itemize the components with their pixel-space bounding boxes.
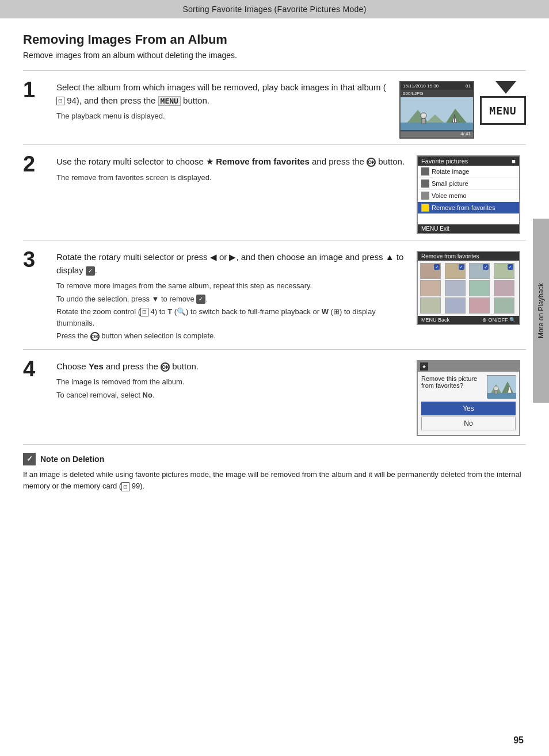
main-content: Removing Images From an Album Remove ima… [0,18,549,756]
step-3-note-4: Press the OK button when selection is co… [56,330,405,342]
dialog-text: Remove this picture from favorites? [421,375,485,389]
thumb-5 [420,280,441,296]
svg-rect-6 [454,114,455,123]
header-bar: Sorting Favorite Images (Favorite Pictur… [0,0,549,18]
dialog-header: ★ [418,361,519,372]
dialog-star-icon: ★ [420,362,428,371]
step-3-note-1: To remove more images from the same albu… [56,280,405,292]
svg-rect-12 [487,393,516,399]
menu-footer: MENU Exit [418,224,519,233]
menu-button: MENU [480,96,526,125]
step-3-instruction: Rotate the rotary multi selector or pres… [56,251,405,277]
thumb-7 [469,280,490,296]
page-title: Removing Images From an Album [23,32,526,47]
dialog-option-yes[interactable]: Yes [421,402,516,415]
thumb-1 [420,263,441,279]
step-2: 2 Use the rotary multi selector to choos… [23,144,526,240]
step-1: 1 Select the album from which images wil… [23,70,526,144]
yes-no-dialog: ★ Remove this picture from favorites? [417,360,520,436]
step-3-note-2: To undo the selection, press ▼ to remove… [56,293,405,305]
note-title: Note on Deletion [40,455,104,464]
thumbnail-grid [418,261,519,316]
menu-item-empty [418,214,519,224]
thumb-3 [469,263,490,279]
dialog-options: Yes No [418,402,519,435]
remove-screen-footer: MENU Back ⊛ ON/OFF 🔍 [418,316,519,324]
dialog-body: Remove this picture from favorites? [418,372,519,402]
thumb-4 [494,263,514,279]
svg-point-14 [494,386,498,391]
step-2-instruction: Use the rotary multi selector to choose … [56,155,405,169]
dialog-option-no[interactable]: No [421,417,516,430]
step-1-number: 1 [23,79,51,139]
side-tab-label: More on Playback [537,283,545,338]
svg-point-7 [421,113,426,119]
remove-favorites-screen: Remove from favorites [417,251,520,325]
thumb-9 [420,297,441,314]
step-4-image: ★ Remove this picture from favorites? [411,360,526,436]
remove-screen-header: Remove from favorites [418,252,519,261]
step-1-note: The playback menu is displayed. [56,110,394,122]
note-checkmark-icon: ✓ [23,453,36,465]
thumb-11 [469,297,490,314]
page: Sorting Favorite Images (Favorite Pictur… [0,0,549,756]
page-number: 95 [513,735,524,746]
thumb-2 [445,263,466,279]
menu-title: Favorite pictures [421,158,468,165]
playback-image-area [401,97,473,132]
dialog-image-svg [487,376,516,399]
menu-indicator: ■ [512,158,516,165]
small-picture-icon [421,180,429,188]
side-tab: More on Playback [533,219,549,403]
step-2-image: Favorite pictures ■ Rotate image Small p… [411,155,526,234]
thumb-12 [494,297,514,314]
step-1-image: 15/11/2010 15:30 01 0004.JPG [399,81,526,139]
step-4-body: Choose Yes and press the OK button. The … [51,360,411,436]
playback-bottom-bar: 4/ 41 [401,130,473,138]
step-4-notes: The image is removed from the album. To … [56,376,405,400]
step-4: 4 Choose Yes and press the OK button. Th… [23,349,526,442]
playback-position: 4/ 41 [460,131,471,136]
note-section: ✓ Note on Deletion If an image is delete… [23,444,526,499]
voice-memo-icon [421,192,429,200]
step-3-image: Remove from favorites [411,251,526,343]
step-2-body: Use the rotary multi selector to choose … [51,155,411,234]
playback-frame: 01 [466,83,471,89]
step-4-note-1: The image is removed from the album. [56,376,405,388]
remove-favorites-icon [421,204,429,212]
favorites-menu: Favorite pictures ■ Rotate image Small p… [417,155,520,234]
header-title: Sorting Favorite Images (Favorite Pictur… [182,5,366,14]
step-4-number: 4 [23,358,51,436]
note-header: ✓ Note on Deletion [23,453,526,465]
rotate-icon [421,167,429,175]
playback-info-bar: 15/11/2010 15:30 01 [401,82,473,90]
thumb-10 [445,297,466,314]
step-3-note-3: Rotate the zoom control (⊡ 4) to T (🔍) t… [56,306,405,329]
thumb-6 [445,280,466,296]
step-1-body: Select the album from which images will … [51,81,399,139]
playback-filename: 0004.JPG [403,91,424,96]
thumb-8 [494,280,514,296]
playback-screen: 15/11/2010 15:30 01 0004.JPG [399,81,474,139]
menu-item-rotate: Rotate image [418,166,519,178]
step-3-notes: To remove more images from the same albu… [56,280,405,342]
step-4-instruction: Choose Yes and press the OK button. [56,360,405,373]
svg-rect-15 [495,391,497,394]
menu-small-label: Small picture [432,180,468,187]
menu-rotate-label: Rotate image [432,168,469,175]
dialog-image [487,375,516,398]
playback-date: 15/11/2010 15:30 [403,83,439,89]
step-4-note-2: To cancel removal, select No. [56,390,405,401]
menu-voice-label: Voice memo [432,192,467,199]
playback-scene-svg [401,98,473,131]
note-text: If an image is deleted while using favor… [23,469,526,493]
step-2-note: The remove from favorites screen is disp… [56,172,405,184]
step-1-instruction: Select the album from which images will … [56,81,394,107]
menu-item-remove-favorites: Remove from favorites [418,202,519,214]
svg-rect-4 [401,123,473,131]
arrow-down-icon [495,81,516,94]
menu-remove-label: Remove from favorites [432,204,495,211]
step-3-body: Rotate the rotary multi selector or pres… [51,251,411,343]
footer-back: MENU Back [421,317,449,323]
step-2-number: 2 [23,153,51,234]
